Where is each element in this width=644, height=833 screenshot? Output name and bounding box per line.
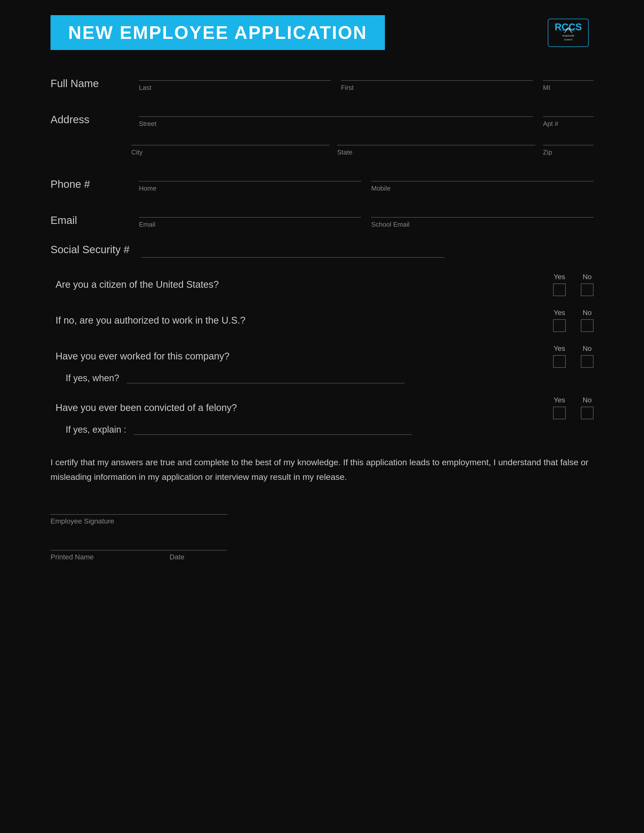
first-name-line — [341, 71, 533, 81]
full-name-row: Full Name Last First MI — [50, 71, 594, 92]
zip-field: Zip — [543, 135, 594, 156]
zip-line — [543, 135, 594, 145]
question-citizen-row: Are you a citizen of the United States? … — [50, 273, 594, 296]
citizen-no-item: No — [581, 273, 594, 296]
email-label: Email — [50, 214, 131, 228]
school-email-field: School Email — [371, 207, 594, 228]
citizen-no-checkbox[interactable] — [581, 283, 594, 296]
work-auth-yes-label: Yes — [554, 309, 565, 317]
printed-name-row: Printed Name Date — [50, 540, 594, 561]
header: NEW EMPLOYEE APPLICATION RCCS responsib … — [50, 15, 594, 50]
question-work-auth-row: If no, are you authorized to work in the… — [50, 309, 594, 332]
felony-no-checkbox[interactable] — [581, 407, 594, 419]
prev-work-no-label: No — [583, 344, 592, 353]
first-name-field: First — [341, 71, 533, 92]
if-yes-when-row: If yes, when? — [50, 373, 594, 383]
email-row: Email Email School Email — [50, 207, 594, 228]
date-label: Date — [169, 553, 184, 561]
felony-no-item: No — [581, 396, 594, 419]
ss-label: Social Security # — [50, 244, 142, 258]
prev-work-yes-item: Yes — [553, 344, 566, 368]
first-name-sublabel: First — [341, 82, 533, 92]
printed-labels: Printed Name Date — [50, 553, 227, 561]
phone-fields-row: Home Mobile — [139, 171, 594, 192]
ss-line — [142, 248, 444, 258]
citizen-yes-item: Yes — [553, 273, 566, 296]
home-phone-sublabel: Home — [139, 183, 361, 192]
email-fields-row: Email School Email — [139, 207, 594, 228]
phone-row: Phone # Home Mobile — [50, 171, 594, 192]
mi-line — [543, 71, 594, 81]
apt-field: Apt # — [543, 107, 594, 128]
question-prev-work-text: Have you ever worked for this company? — [50, 351, 543, 362]
employee-signature-label: Employee Signature — [50, 517, 114, 525]
prev-work-yes-checkbox[interactable] — [553, 355, 566, 368]
prev-work-no-item: No — [581, 344, 594, 368]
page-title: NEW EMPLOYEE APPLICATION — [68, 22, 367, 43]
street-sublabel: Street — [139, 118, 533, 128]
if-yes-when-line — [127, 373, 404, 383]
ss-row: Social Security # — [50, 244, 594, 258]
mi-sublabel: MI — [543, 82, 594, 92]
prev-work-yes-label: Yes — [554, 344, 565, 353]
work-auth-yes-no: Yes No — [553, 309, 594, 332]
svg-text:responsib: responsib — [562, 34, 574, 37]
certification-text: I certify that my answers are true and c… — [50, 455, 594, 484]
printed-name-line — [50, 540, 227, 550]
mi-field: MI — [543, 71, 594, 92]
address-row2: City State Zip — [131, 135, 594, 156]
mobile-phone-sublabel: Mobile — [371, 183, 594, 192]
work-auth-yes-checkbox[interactable] — [553, 319, 566, 332]
city-field: City — [131, 135, 330, 156]
state-line — [337, 135, 535, 145]
citizen-yes-label: Yes — [554, 273, 565, 281]
work-auth-yes-item: Yes — [553, 309, 566, 332]
felony-yes-label: Yes — [554, 396, 565, 404]
if-yes-explain-label: If yes, explain : — [66, 425, 126, 435]
address-fields-row1: Street Apt # — [139, 107, 594, 128]
work-auth-no-checkbox[interactable] — [581, 319, 594, 332]
question-citizen-text: Are you a citizen of the United States? — [50, 279, 543, 290]
school-email-line — [371, 207, 594, 217]
if-yes-when-label: If yes, when? — [66, 373, 119, 383]
full-name-label: Full Name — [50, 77, 131, 92]
email-sublabel: Email — [139, 219, 361, 228]
mobile-phone-field: Mobile — [371, 171, 594, 192]
question-felony-text: Have you ever been convicted of a felony… — [50, 402, 543, 413]
employee-signature-line — [50, 505, 227, 515]
rccs-logo: RCCS responsib students — [546, 16, 591, 49]
last-name-line — [139, 71, 331, 81]
city-sublabel: City — [131, 147, 330, 156]
felony-yes-checkbox[interactable] — [553, 407, 566, 419]
prev-work-no-checkbox[interactable] — [581, 355, 594, 368]
email-fields: Email School Email — [139, 207, 594, 228]
question-work-auth-text: If no, are you authorized to work in the… — [50, 315, 543, 326]
if-yes-explain-line — [134, 425, 412, 435]
school-email-sublabel: School Email — [371, 219, 594, 228]
full-name-fields-row: Last First MI — [139, 71, 594, 92]
last-name-field: Last — [139, 71, 331, 92]
form-content: Full Name Last First MI — [50, 71, 594, 561]
citizen-yes-checkbox[interactable] — [553, 283, 566, 296]
email-line — [139, 207, 361, 217]
city-line — [131, 135, 330, 145]
address-row1: Address Street Apt # — [50, 107, 594, 128]
work-auth-no-item: No — [581, 309, 594, 332]
work-auth-no-label: No — [583, 309, 592, 317]
certification-section: I certify that my answers are true and c… — [50, 455, 594, 484]
page: NEW EMPLOYEE APPLICATION RCCS responsib … — [0, 0, 644, 833]
citizen-yes-no: Yes No — [553, 273, 594, 296]
apt-sublabel: Apt # — [543, 118, 594, 128]
employee-signature-row: Employee Signature — [50, 505, 594, 525]
printed-name-label: Printed Name — [50, 553, 94, 561]
svg-text:RCCS: RCCS — [555, 22, 582, 32]
felony-no-label: No — [583, 396, 592, 404]
state-sublabel: State — [337, 147, 535, 156]
street-field: Street — [139, 107, 533, 128]
address-street-row: Street Apt # — [139, 107, 594, 128]
home-phone-field: Home — [139, 171, 361, 192]
street-line — [139, 107, 533, 117]
full-name-fields: Last First MI — [139, 71, 594, 92]
felony-yes-no: Yes No — [553, 396, 594, 419]
prev-work-yes-no: Yes No — [553, 344, 594, 368]
